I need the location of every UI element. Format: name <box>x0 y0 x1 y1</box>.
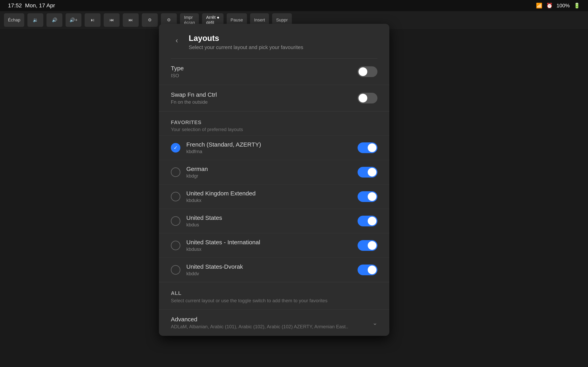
swap-fn-toggle[interactable] <box>358 93 378 103</box>
battery-display: 100% <box>557 3 570 9</box>
german-radio[interactable] <box>171 167 180 177</box>
favorites-section-header: Favorites Your selection of preferred la… <box>159 111 389 135</box>
status-bar: 17:52 Mon, 17 Apr 📶 ⏰ 100% 🔋 <box>0 0 588 11</box>
dvorak-layout-code: kbddv <box>186 271 352 276</box>
french-layout-code: kbdfrna <box>186 149 352 154</box>
panel-title: Layouts <box>189 34 303 43</box>
type-sublabel: ISO <box>171 73 184 78</box>
type-label: Type <box>171 65 184 72</box>
us-intl-radio[interactable] <box>171 241 180 250</box>
layout-row-french: ✓ French (Standard, AZERTY) kbdfrna <box>159 135 389 160</box>
uk-layout-name: United Kingdom Extended <box>186 190 352 197</box>
uk-layout-code: kbdukx <box>186 198 352 203</box>
advanced-title: Advanced <box>171 316 372 323</box>
layout-row-dvorak: United States-Dvorak kbddv <box>159 258 389 282</box>
type-toggle[interactable] <box>358 66 378 77</box>
us-intl-toggle-thumb <box>368 241 377 250</box>
us-layout-code: kbdus <box>186 222 352 228</box>
battery-icon: 🔋 <box>574 3 580 9</box>
us-intl-layout-name: United States - International <box>186 239 352 246</box>
uk-toggle[interactable] <box>358 191 378 202</box>
advanced-info: Advanced ADLaM, Albanian, Arabic (101), … <box>171 316 372 329</box>
german-layout-code: kbdgr <box>186 173 352 179</box>
advanced-row[interactable]: Advanced ADLaM, Albanian, Arabic (101), … <box>159 309 389 336</box>
us-toggle-thumb <box>368 217 377 225</box>
all-section: All Select current layout or use the tog… <box>159 282 389 309</box>
us-toggle[interactable] <box>358 216 378 226</box>
dvorak-toggle-thumb <box>368 266 377 274</box>
french-radio[interactable]: ✓ <box>171 143 180 152</box>
alarm-icon: ⏰ <box>546 3 553 9</box>
back-button[interactable]: ‹ <box>171 34 183 46</box>
german-toggle[interactable] <box>358 167 378 177</box>
uk-layout-info: United Kingdom Extended kbdukx <box>186 190 352 203</box>
time-display: 17:52 <box>8 2 22 9</box>
status-left: 17:52 Mon, 17 Apr <box>8 2 55 9</box>
french-toggle-thumb <box>368 143 377 152</box>
favorites-desc: Your selection of preferred layouts <box>171 127 378 132</box>
wifi-icon: 📶 <box>536 3 542 9</box>
date-display: Mon, 17 Apr <box>25 2 55 9</box>
french-checkmark: ✓ <box>174 145 178 150</box>
all-desc: Select current layout or use the toggle … <box>171 298 378 303</box>
layout-row-us-intl: United States - International kbdusx <box>159 233 389 258</box>
dvorak-layout-name: United States-Dvorak <box>186 263 352 270</box>
panel-title-block: Layouts Select your current layout and p… <box>189 34 303 50</box>
uk-toggle-thumb <box>368 192 377 201</box>
us-layout-name: United States <box>186 215 352 221</box>
french-toggle[interactable] <box>358 142 378 153</box>
layouts-panel: ‹ Layouts Select your current layout and… <box>159 24 389 336</box>
advanced-desc: ADLaM, Albanian, Arabic (101), Arabic (1… <box>171 324 372 329</box>
swap-fn-toggle-thumb <box>359 94 367 102</box>
us-intl-layout-info: United States - International kbdusx <box>186 239 352 252</box>
layout-row-uk: United Kingdom Extended kbdukx <box>159 184 389 209</box>
settings-key[interactable]: ⚙ <box>142 13 158 27</box>
dvorak-layout-info: United States-Dvorak kbddv <box>186 263 352 276</box>
dvorak-toggle[interactable] <box>358 265 378 275</box>
uk-radio[interactable] <box>171 192 180 201</box>
german-layout-name: German <box>186 166 352 172</box>
type-toggle-thumb <box>359 67 367 76</box>
swap-fn-sublabel: Fn on the outside <box>171 99 217 105</box>
swap-fn-setting-row: Swap Fn and Ctrl Fn on the outside <box>159 85 389 111</box>
german-layout-info: German kbdgr <box>186 166 352 179</box>
all-title: All <box>171 290 378 296</box>
us-intl-toggle[interactable] <box>358 240 378 251</box>
panel-header: ‹ Layouts Select your current layout and… <box>159 24 389 58</box>
type-setting-row: Type ISO <box>159 58 389 85</box>
swap-fn-label: Swap Fn and Ctrl <box>171 91 217 98</box>
status-right: 📶 ⏰ 100% 🔋 <box>536 3 580 9</box>
dvorak-radio[interactable] <box>171 265 180 275</box>
us-intl-layout-code: kbdusx <box>186 246 352 252</box>
us-radio[interactable] <box>171 216 180 226</box>
swap-fn-setting-info: Swap Fn and Ctrl Fn on the outside <box>171 91 217 105</box>
prev-track-key[interactable]: ⏮ <box>104 13 120 27</box>
vol-max-key[interactable]: 🔊+ <box>66 13 81 27</box>
french-layout-info: French (Standard, AZERTY) kbdfrna <box>186 141 352 154</box>
layout-row-german: German kbdgr <box>159 160 389 184</box>
type-setting-info: Type ISO <box>171 65 184 78</box>
us-layout-info: United States kbdus <box>186 215 352 228</box>
panel-subtitle: Select your current layout and pick your… <box>189 44 303 50</box>
french-layout-name: French (Standard, AZERTY) <box>186 141 352 148</box>
play-pause-key[interactable]: ⏯ <box>85 13 101 27</box>
echap-key[interactable]: Échap <box>4 13 24 27</box>
german-toggle-thumb <box>368 168 377 176</box>
vol-down-key[interactable]: 🔉 <box>27 13 43 27</box>
chevron-down-icon: ⌄ <box>372 319 378 326</box>
next-track-key[interactable]: ⏭ <box>123 13 139 27</box>
vol-up-key[interactable]: 🔊 <box>46 13 62 27</box>
favorites-title: Favorites <box>171 119 378 125</box>
layout-row-us: United States kbdus <box>159 209 389 233</box>
